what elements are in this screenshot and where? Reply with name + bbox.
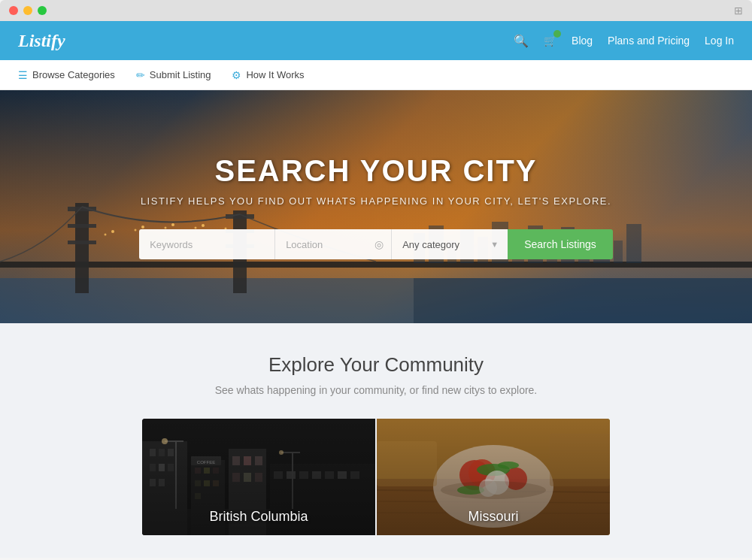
svg-rect-31 (614, 241, 623, 263)
svg-point-10 (111, 230, 114, 233)
logo[interactable]: Listify (18, 31, 514, 51)
missouri-card[interactable]: Missouri (377, 419, 610, 535)
keywords-input[interactable] (139, 229, 274, 259)
maximize-button[interactable] (38, 6, 47, 15)
submit-listing-item[interactable]: ✏ Submit Listing (136, 69, 211, 81)
community-title: Explore Your Community (18, 353, 734, 377)
svg-rect-32 (626, 224, 641, 263)
hero-subtitle: LISTIFY HELPS YOU FIND OUT WHATS HAPPENI… (141, 195, 611, 207)
category-select-wrap: Any category Restaurants Hotels Shopping… (391, 229, 508, 259)
expand-icon[interactable]: ⊞ (734, 5, 743, 17)
minimize-button[interactable] (23, 6, 32, 15)
svg-rect-2 (75, 203, 89, 293)
svg-point-14 (105, 234, 107, 236)
top-nav-right: 🔍 🛒 Blog Plans and Pricing Log In (514, 34, 734, 48)
search-bar: ◎ Any category Restaurants Hotels Shoppi… (139, 229, 613, 259)
hero-content: SEARCH YOUR CITY LISTIFY HELPS YOU FIND … (141, 154, 611, 207)
browse-categories-item[interactable]: ☰ Browse Categories (18, 69, 115, 81)
community-subtitle: See whats happening in your community, o… (18, 384, 734, 396)
browse-categories-label: Browse Categories (32, 69, 115, 80)
hero-section: SEARCH YOUR CITY LISTIFY HELPS YOU FIND … (0, 90, 752, 323)
menu-icon: ☰ (18, 69, 28, 81)
blog-link[interactable]: Blog (572, 35, 593, 47)
sub-nav: ☰ Browse Categories ✏ Submit Listing ⚙ H… (0, 60, 752, 90)
top-nav: Listify 🔍 🛒 Blog Plans and Pricing Log I… (0, 21, 752, 60)
how-it-works-item[interactable]: ⚙ How It Works (232, 69, 304, 81)
how-it-works-label: How It Works (246, 69, 304, 80)
cart-badge (553, 30, 561, 38)
location-input[interactable] (274, 229, 391, 259)
community-section: Explore Your Community See whats happeni… (0, 323, 752, 558)
svg-rect-33 (414, 278, 752, 323)
edit-icon: ✏ (136, 69, 145, 81)
gear-icon: ⚙ (232, 69, 241, 81)
hero-title: SEARCH YOUR CITY (141, 154, 611, 188)
bc-label: British Columbia (142, 509, 375, 525)
svg-point-11 (141, 226, 144, 229)
svg-point-15 (135, 229, 137, 232)
window-chrome: ⊞ (0, 0, 752, 21)
window-controls (9, 6, 47, 15)
category-select[interactable]: Any category Restaurants Hotels Shopping… (391, 229, 508, 259)
svg-rect-4 (68, 224, 96, 228)
cart-wrapper[interactable]: 🛒 (544, 35, 556, 47)
search-listings-button[interactable]: Search Listings (508, 229, 613, 259)
browser-content: Listify 🔍 🛒 Blog Plans and Pricing Log I… (0, 21, 752, 560)
city-cards: COFFEE British Columbia (18, 419, 734, 535)
close-button[interactable] (9, 6, 18, 15)
location-input-wrap: ◎ (274, 229, 391, 259)
location-pin-icon: ◎ (374, 238, 384, 250)
svg-rect-5 (68, 241, 96, 244)
british-columbia-card[interactable]: COFFEE British Columbia (142, 419, 375, 535)
mo-label: Missouri (377, 509, 610, 525)
svg-point-13 (202, 224, 205, 227)
plans-link[interactable]: Plans and Pricing (608, 35, 690, 47)
search-icon[interactable]: 🔍 (514, 34, 529, 48)
login-link[interactable]: Log In (705, 35, 734, 47)
submit-listing-label: Submit Listing (150, 69, 211, 80)
svg-point-12 (171, 223, 174, 226)
